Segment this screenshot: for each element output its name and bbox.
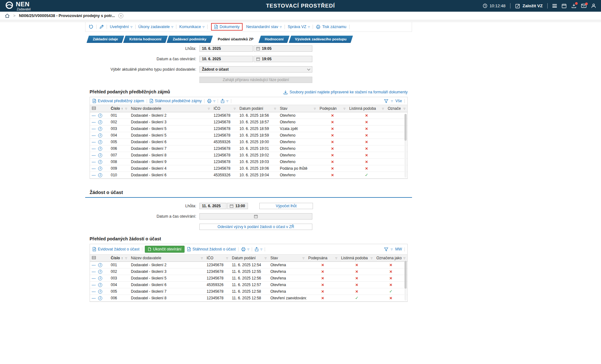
table-row[interactable]: •••i005Dodavatel - školení 64535932610. …: [90, 139, 407, 145]
history-button[interactable]: [89, 25, 93, 29]
evidovat-zajem-button[interactable]: Evidovat předběžný zájem: [92, 99, 144, 103]
menu-sprava-vz[interactable]: Správa VZ▽: [288, 25, 310, 29]
row-menu-icon[interactable]: •••: [92, 167, 96, 170]
row-menu-icon[interactable]: •••: [92, 154, 96, 157]
profile-button[interactable]: [591, 3, 596, 8]
row-menu-icon[interactable]: •••: [92, 134, 96, 137]
row-menu-icon[interactable]: •••: [92, 121, 96, 124]
stahnout-zajmy-button[interactable]: Stáhnout předběžné zájmy: [150, 99, 202, 103]
main-menu-button[interactable]: [552, 4, 557, 8]
filter-icon[interactable]: ▽: [404, 107, 405, 110]
column-header[interactable]: Číslo↑▽: [109, 105, 129, 112]
row-info-icon[interactable]: i: [98, 167, 102, 171]
table-row[interactable]: •••i006Dodavatel - školení 71234567810. …: [90, 145, 407, 152]
filter-icon[interactable]: ▽: [226, 257, 228, 260]
filter-icon[interactable]: ▽: [335, 257, 337, 260]
table-row[interactable]: •••i005Dodavatel - školení 71234567811. …: [90, 288, 407, 295]
filter-icon[interactable]: ▽: [125, 107, 127, 110]
row-info-icon[interactable]: i: [98, 296, 102, 300]
row-menu-icon[interactable]: •••: [92, 264, 96, 267]
column-header[interactable]: Název dodavatele▽: [129, 255, 205, 262]
row-menu-icon[interactable]: •••: [92, 141, 96, 144]
filter-funnel-button[interactable]: [384, 247, 388, 251]
column-header[interactable]: Listinná podoba▽: [339, 255, 374, 262]
vertical-scrollbar[interactable]: [404, 114, 407, 178]
view-dropdown-icon[interactable]: ▽: [391, 248, 393, 251]
row-info-icon[interactable]: i: [98, 127, 102, 131]
filter-icon[interactable]: ▽: [344, 107, 345, 110]
files-download-link[interactable]: Soubory podání najdete připravené ke sta…: [283, 90, 408, 94]
row-info-icon[interactable]: i: [98, 114, 102, 118]
print-table-button[interactable]: ▽: [207, 99, 215, 103]
tab-podani-ucastniku-zp[interactable]: Podání účastníků ZP: [213, 36, 258, 43]
table-row[interactable]: •••i004Dodavatel - školení 51234567810. …: [90, 132, 407, 139]
column-header[interactable]: Listinná podoba▽: [347, 105, 386, 112]
row-info-icon[interactable]: i: [98, 263, 102, 267]
row-info-icon[interactable]: i: [98, 290, 102, 294]
table-row[interactable]: •••i001Dodavatel - školení 21234567811. …: [90, 262, 407, 268]
row-menu-icon[interactable]: •••: [92, 270, 96, 273]
ukoncit-oteviranni-button[interactable]: Ukončit otevírání: [145, 246, 185, 253]
row-menu-icon[interactable]: •••: [92, 147, 96, 150]
row-info-icon[interactable]: i: [98, 276, 102, 280]
table-row[interactable]: •••i002Dodavatel - školení 31234567810. …: [90, 119, 407, 126]
menu-uverejneni[interactable]: Uveřejnění▽: [110, 25, 133, 29]
zadost-lhuta-date-input[interactable]: 11. 6. 2025: [199, 203, 227, 209]
row-info-icon[interactable]: i: [98, 283, 102, 287]
filter-funnel-button[interactable]: [384, 99, 388, 103]
zadost-lhuta-time-input[interactable]: 13:00: [227, 203, 248, 209]
filter-icon[interactable]: ▽: [382, 107, 384, 110]
messages-button[interactable]: [581, 4, 586, 8]
table-row[interactable]: •••i001Dodavatel - školení 21234567810. …: [90, 112, 407, 119]
filter-icon[interactable]: ▽: [265, 257, 267, 260]
typ-podani-select[interactable]: Žádost o účast: [199, 66, 312, 73]
home-button[interactable]: [5, 14, 10, 18]
table-row[interactable]: •••i009Dodavatel - školení 41234567810. …: [90, 165, 407, 172]
filter-icon[interactable]: ▽: [303, 257, 304, 260]
column-chooser-button[interactable]: [90, 255, 109, 262]
vypocet-lhut-button[interactable]: Výpočet lhůt: [259, 203, 313, 209]
row-info-icon[interactable]: i: [98, 160, 102, 164]
tab-hodnoceni[interactable]: Hodnocení: [260, 36, 288, 43]
export-table-button[interactable]: ▽: [221, 99, 228, 103]
row-menu-icon[interactable]: •••: [92, 284, 96, 286]
row-info-icon[interactable]: i: [98, 120, 102, 124]
filter-icon[interactable]: ▽: [404, 257, 405, 260]
oteviranni-time-input[interactable]: 19:05: [254, 56, 312, 62]
filter-icon[interactable]: ▽: [234, 107, 236, 110]
column-header[interactable]: Název dodavatele▽: [129, 105, 212, 112]
tab-vysledek-zadavaciho-postupu[interactable]: Výsledek zadávacího postupu: [290, 36, 352, 43]
dokumenty-button[interactable]: Dokumenty: [214, 25, 239, 29]
zahajit-faze-button[interactable]: Zahájit přípravu následující fáze podání: [199, 77, 312, 83]
scrollbar-thumb[interactable]: [404, 114, 407, 141]
table-row[interactable]: •••i010Dodavatel - školení 64535932610. …: [90, 172, 407, 179]
downloads-button[interactable]: [571, 3, 576, 8]
oteviranni-date-input[interactable]: 10. 6. 2025: [199, 56, 253, 62]
row-info-icon[interactable]: i: [98, 133, 102, 138]
column-header[interactable]: IČO▽: [205, 255, 230, 262]
view-selector[interactable]: Vše: [395, 99, 402, 103]
row-menu-icon[interactable]: •••: [92, 127, 96, 130]
column-header[interactable]: Stav▽: [268, 255, 306, 262]
odeslat-vyzvu-button[interactable]: Odeslání výzvy k podání žádosti o účast …: [199, 224, 312, 230]
tab-zakladni-udaje[interactable]: Základní údaje: [88, 36, 123, 43]
filter-icon[interactable]: ▽: [314, 107, 316, 110]
row-menu-icon[interactable]: •••: [92, 297, 96, 300]
column-header[interactable]: Označena jako ne▽: [374, 255, 407, 262]
filter-icon[interactable]: ▽: [274, 107, 276, 110]
create-vz-button[interactable]: Založit VZ: [515, 3, 543, 9]
breadcrumb-record[interactable]: N006/25/V00005438 - Provozování prodejny…: [19, 14, 115, 18]
vertical-scrollbar[interactable]: [404, 261, 407, 301]
column-header[interactable]: Číslo↑▽: [109, 255, 129, 262]
table-row[interactable]: •••i003Dodavatel - školení 51234567811. …: [90, 275, 407, 282]
tab-kriteria-hodnoceni[interactable]: Kritéria hodnocení: [124, 36, 167, 43]
menu-nestandardni-stav[interactable]: Nestandardní stav▽: [246, 25, 282, 29]
column-header[interactable]: IČO▽: [212, 105, 238, 112]
view-selector[interactable]: MW: [395, 247, 402, 251]
row-menu-icon[interactable]: •••: [92, 114, 96, 117]
row-menu-icon[interactable]: •••: [92, 277, 96, 280]
lhuta-date-input[interactable]: 10. 6. 2025: [199, 45, 253, 52]
column-header[interactable]: Stav▽: [278, 105, 318, 112]
tab-zadavaci-podminky[interactable]: Zadávací podmínky: [168, 36, 212, 43]
filter-icon[interactable]: ▽: [201, 257, 203, 260]
